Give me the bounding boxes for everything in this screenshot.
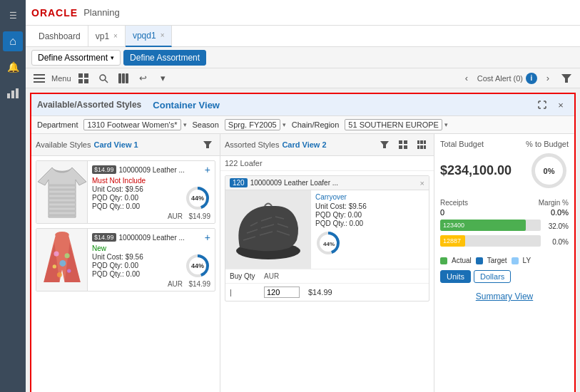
card1-name: 10000009 Leather ...	[119, 166, 202, 174]
tabs-bar: Dashboard vp1 × vpqd1 ×	[26, 26, 580, 47]
svg-rect-47	[424, 145, 426, 149]
assorted-card-close-btn[interactable]: ×	[420, 179, 424, 187]
card1-label: Must Not Include	[92, 177, 210, 185]
receipts-section: Receipts Margin % 0 0.0% 123400	[434, 196, 574, 254]
chain-filter-select[interactable]: 51 SOUTHERN EUROPE ▾	[345, 119, 448, 130]
buy-qty-input[interactable]	[264, 287, 300, 298]
cost-alert: Cost Alert (0) i	[477, 73, 537, 84]
svg-rect-38	[399, 140, 402, 144]
receipts-bar-1: 123400	[440, 220, 541, 231]
column-btn[interactable]	[116, 71, 131, 86]
expand-icon-btn[interactable]	[534, 97, 550, 113]
svg-marker-16	[203, 141, 212, 148]
grid-view-middle-1[interactable]	[395, 137, 411, 153]
summary-view-link[interactable]: Summary View	[434, 286, 574, 307]
grid-view-middle-2[interactable]	[414, 137, 429, 153]
svg-rect-39	[404, 140, 407, 144]
card1-add-btn[interactable]: +	[205, 164, 210, 175]
svg-point-31	[52, 264, 56, 268]
svg-rect-8	[78, 79, 83, 83]
card2-tag: $14.99	[92, 233, 116, 242]
card1-tag: $14.99	[92, 165, 116, 174]
tab-vpqd1[interactable]: vpqd1 ×	[126, 26, 173, 47]
sidebar-home[interactable]: ⌂	[3, 31, 23, 51]
card2-label: New	[92, 244, 210, 252]
svg-rect-14	[126, 73, 128, 83]
buy-qty-row: Buy Qty AUR	[225, 269, 429, 283]
units-btn[interactable]: Units	[440, 270, 471, 283]
tab-vpqd1-close[interactable]: ×	[161, 31, 165, 39]
page-wrap: ORACLE Planning Dashboard vp1 × vpqd1 × …	[26, 0, 580, 392]
assorted-donut: 44%	[315, 230, 342, 257]
svg-rect-5	[34, 81, 45, 83]
receipts-bar-2: 12887	[440, 235, 541, 247]
assorted-unit-cost: Unit Cost: $9.56	[315, 202, 424, 210]
filter-row: Department 1310 Footwear Women's* ▾ Seas…	[31, 116, 574, 134]
toolbar: Define Assortment ▾ Define Assortment	[26, 47, 580, 68]
svg-marker-15	[561, 74, 571, 83]
svg-point-32	[64, 253, 69, 258]
search-btn[interactable]	[96, 71, 111, 86]
toolbar2: Menu	[26, 68, 580, 88]
svg-rect-44	[424, 140, 426, 144]
card2-add-btn[interactable]: +	[205, 232, 210, 243]
receipts-zero: 0	[440, 208, 444, 217]
undo-btn[interactable]: ↩	[136, 71, 151, 86]
tab-vp1[interactable]: vp1 ×	[88, 26, 126, 47]
bar1-margin: 32.0%	[544, 222, 569, 230]
grid-view-btn[interactable]	[76, 71, 91, 86]
assorted-card-label: Carryover	[315, 193, 424, 201]
svg-rect-9	[84, 79, 88, 83]
svg-rect-40	[399, 145, 402, 149]
assorted-card-1: 120 10000009 Leather Loafer ... ×	[225, 175, 429, 301]
buy-qty-input-row: | $14.99	[225, 283, 429, 301]
define-assortment-btn[interactable]: Define Assortment	[123, 50, 206, 66]
assorted-card-image	[225, 190, 311, 269]
total-budget-value: $234,100.00	[440, 163, 524, 178]
filter-btn[interactable]	[559, 71, 574, 86]
card2-pqd2: PQD Qty.: 0.00	[92, 270, 185, 278]
panel-budget: Total Budget % to Budget $234,100.00	[434, 134, 574, 392]
prev-btn[interactable]: ‹	[459, 71, 474, 86]
panel-assorted-styles: Assorted Styles Card View 2	[220, 134, 434, 392]
tab-dashboard[interactable]: Dashboard	[31, 26, 88, 47]
card2-pqd1: PQD Qty: 0.00	[92, 262, 185, 269]
legend-ly	[512, 257, 519, 264]
sidebar-chart[interactable]	[3, 83, 23, 103]
panel-left-header: Available Styles Card View 1	[31, 134, 220, 156]
pct-value: 0%	[544, 167, 555, 175]
unit-toggle: Units Dollars	[434, 267, 574, 286]
aur-display: $14.99	[308, 288, 332, 296]
svg-point-10	[100, 75, 106, 81]
buy-qty-label: Buy Qty	[230, 272, 258, 280]
svg-rect-42	[417, 140, 419, 144]
dropdown-btn[interactable]: ▾	[156, 71, 171, 86]
card2-name: 10000009 Leather ...	[119, 234, 202, 242]
close-container-btn[interactable]: ×	[553, 97, 569, 113]
section-label: Available/Assorted Styles	[37, 100, 141, 110]
card-image-2	[36, 229, 88, 291]
dept-filter-label: Department	[37, 120, 78, 129]
next-btn[interactable]: ›	[540, 71, 556, 86]
svg-rect-41	[404, 145, 407, 149]
svg-rect-4	[34, 78, 45, 79]
svg-rect-2	[16, 88, 19, 98]
sidebar-hamburger[interactable]: ☰	[3, 6, 23, 26]
sidebar-bell[interactable]: 🔔	[3, 57, 23, 77]
dollars-btn[interactable]: Dollars	[474, 270, 511, 283]
svg-point-30	[59, 260, 66, 267]
menu-label[interactable]: Menu	[51, 74, 71, 83]
season-filter-select[interactable]: Sprg. FY2005 ▾	[225, 119, 286, 130]
filter-icon-middle[interactable]	[377, 137, 392, 153]
svg-rect-1	[11, 91, 14, 98]
define-assortment-dropdown-btn[interactable]: Define Assortment ▾	[31, 50, 121, 66]
card2-donut: 44%	[185, 253, 210, 279]
menu-icon-btn[interactable]	[31, 71, 47, 86]
filter-icon-left[interactable]	[200, 137, 215, 153]
svg-rect-7	[84, 73, 88, 78]
tab-vp1-close[interactable]: ×	[113, 32, 118, 40]
dept-filter-select[interactable]: 1310 Footwear Women's* ▾	[83, 119, 186, 130]
panel-middle-header: Assorted Styles Card View 2	[220, 134, 434, 156]
left-sidebar: ☰ ⌂ 🔔	[0, 0, 26, 392]
summary-view-anchor[interactable]: Summary View	[476, 292, 533, 301]
